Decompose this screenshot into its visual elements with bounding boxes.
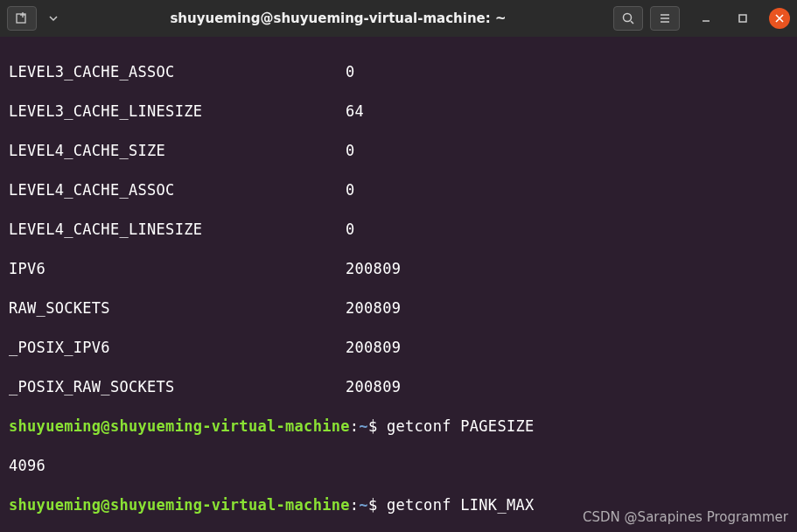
conf-value: 200809 [346, 298, 401, 318]
prompt-sigil: $ [368, 417, 378, 435]
conf-value: 0 [346, 220, 355, 240]
getconf-row: LEVEL3_CACHE_ASSOC0 [9, 62, 788, 82]
conf-key: RAW_SOCKETS [9, 298, 346, 318]
svg-point-3 [624, 14, 632, 22]
conf-key: LEVEL4_CACHE_SIZE [9, 141, 346, 161]
window-titlebar: shuyueming@shuyueming-virtual-machine: ~ [0, 0, 797, 37]
conf-value: 200809 [346, 377, 401, 397]
window-title: shuyueming@shuyueming-virtual-machine: ~ [70, 10, 606, 26]
titlebar-right-group [613, 6, 790, 31]
prompt-separator: : [350, 496, 360, 514]
prompt-user-host: shuyueming@shuyueming-virtual-machine [9, 496, 350, 514]
conf-key: LEVEL4_CACHE_ASSOC [9, 180, 346, 200]
getconf-row: _POSIX_RAW_SOCKETS200809 [9, 377, 788, 397]
prompt-path: ~ [359, 496, 368, 514]
minimize-button[interactable] [696, 8, 717, 29]
conf-value: 64 [346, 102, 364, 122]
output-line: 4096 [9, 456, 788, 476]
conf-value: 0 [346, 141, 355, 161]
getconf-row: LEVEL4_CACHE_LINESIZE0 [9, 220, 788, 240]
svg-line-4 [631, 21, 633, 24]
prompt-separator: : [350, 417, 360, 435]
conf-key: LEVEL3_CACHE_LINESIZE [9, 102, 346, 122]
conf-value: 0 [346, 62, 355, 82]
close-button[interactable] [769, 8, 790, 29]
titlebar-left-group [7, 6, 63, 31]
conf-key: _POSIX_IPV6 [9, 338, 346, 358]
prompt-line: shuyueming@shuyueming-virtual-machine:~$… [9, 416, 788, 437]
conf-value: 200809 [346, 338, 401, 358]
getconf-row: IPV6200809 [9, 259, 788, 279]
conf-key: LEVEL3_CACHE_ASSOC [9, 62, 346, 82]
command-text: getconf PAGESIZE [387, 417, 535, 435]
conf-value: 0 [346, 180, 355, 200]
terminal-output[interactable]: LEVEL3_CACHE_ASSOC0 LEVEL3_CACHE_LINESIZ… [0, 37, 797, 532]
conf-value: 200809 [346, 259, 401, 279]
hamburger-menu-button[interactable] [650, 6, 680, 31]
maximize-button[interactable] [732, 8, 753, 29]
svg-rect-9 [739, 15, 746, 22]
prompt-path: ~ [359, 417, 368, 435]
tab-dropdown-button[interactable] [44, 6, 63, 31]
getconf-row: LEVEL3_CACHE_LINESIZE64 [9, 102, 788, 122]
watermark-text: CSDN @Sarapines Programmer [583, 509, 788, 525]
getconf-row: _POSIX_IPV6200809 [9, 338, 788, 358]
prompt-user-host: shuyueming@shuyueming-virtual-machine [9, 417, 350, 435]
getconf-row: LEVEL4_CACHE_ASSOC0 [9, 180, 788, 200]
new-tab-button[interactable] [7, 6, 37, 31]
command-text: getconf LINK_MAX [387, 496, 535, 514]
conf-key: IPV6 [9, 259, 346, 279]
search-button[interactable] [613, 6, 643, 31]
getconf-row: LEVEL4_CACHE_SIZE0 [9, 141, 788, 161]
getconf-row: RAW_SOCKETS200809 [9, 298, 788, 318]
prompt-sigil: $ [368, 496, 378, 514]
conf-key: LEVEL4_CACHE_LINESIZE [9, 220, 346, 240]
conf-key: _POSIX_RAW_SOCKETS [9, 377, 346, 397]
